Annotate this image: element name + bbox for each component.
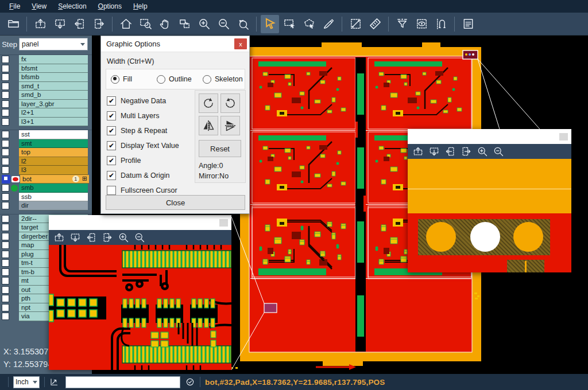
layer-name[interactable]: smd_t [19, 82, 88, 91]
layer-row-bfsmb[interactable]: bfsmb [0, 73, 92, 82]
board-right-button[interactable] [90, 15, 108, 33]
layer-checkbox[interactable] [2, 158, 9, 165]
layer-row-dir[interactable]: dir [0, 201, 92, 210]
layer-checkbox[interactable] [2, 295, 9, 302]
step-select[interactable]: panel [19, 38, 88, 50]
folder-open-button[interactable] [4, 15, 22, 33]
layer-checkbox[interactable] [2, 91, 9, 99]
radio-button[interactable] [157, 75, 165, 84]
layer-name[interactable]: dir [19, 201, 88, 210]
layer-checkbox[interactable] [2, 73, 9, 81]
option-multi-layers[interactable]: ✔Multi Layers [107, 108, 179, 123]
board-up-button[interactable] [52, 231, 67, 244]
layer-row-fx[interactable]: fx [0, 55, 92, 64]
layer-checkbox[interactable] [2, 286, 9, 294]
layer-row-smd_b[interactable]: smd_b [0, 91, 92, 100]
menu-help[interactable]: Help [127, 1, 153, 11]
zoom-previous-button[interactable] [234, 15, 252, 33]
unit-select[interactable]: Inch [13, 376, 40, 388]
option-display-text-value[interactable]: ✔Display Text Value [107, 138, 179, 153]
home-button[interactable] [117, 15, 135, 33]
layer-row-top[interactable]: top [0, 148, 92, 157]
menu-selection[interactable]: Selection [52, 1, 92, 11]
layer-checkbox[interactable] [2, 304, 9, 311]
board-down-button[interactable] [68, 231, 83, 244]
layer-name[interactable]: l3 [19, 166, 88, 175]
board-left-button[interactable] [70, 15, 88, 33]
layer-row-smb[interactable]: smb [0, 184, 92, 193]
board-right-button[interactable] [100, 231, 115, 244]
layer-checkbox[interactable] [2, 193, 9, 201]
layer-checkbox[interactable] [2, 175, 10, 184]
rotate-cw-button[interactable] [199, 93, 218, 113]
layer-name[interactable]: sst [19, 130, 88, 139]
flip-h-button[interactable] [199, 116, 218, 135]
menu-view[interactable]: View [26, 1, 52, 11]
layer-checkbox[interactable] [2, 277, 9, 284]
filter-button[interactable] [393, 15, 411, 33]
brush-clean-button[interactable] [319, 15, 338, 33]
layer-row-layer_3.gbr[interactable]: layer_3.gbr [0, 100, 92, 109]
layer-row-l2+1[interactable]: l2+1 [0, 108, 92, 118]
menu-options[interactable]: Options [92, 1, 127, 11]
zoom-out-button[interactable] [132, 231, 147, 244]
flip-v-button[interactable] [220, 116, 240, 135]
option-datum-origin[interactable]: ✔Datum & Origin [107, 168, 179, 183]
layer-row-smd_t[interactable]: smd_t [0, 82, 92, 91]
rotate-ccw-button[interactable] [220, 93, 240, 113]
layer-checkbox[interactable] [2, 65, 9, 72]
board-left-button[interactable] [443, 145, 458, 158]
option-step-repeat[interactable]: ✔Step & Repeat [107, 123, 179, 138]
layer-name[interactable]: l3+1 [19, 118, 88, 127]
snap-magnet-button[interactable] [432, 15, 450, 33]
radio-button[interactable] [111, 75, 119, 84]
layer-eye-button[interactable] [412, 15, 431, 33]
board-right-button[interactable] [459, 145, 474, 158]
magnifier1-title-bar[interactable] [49, 215, 231, 230]
checkbox[interactable]: ✔ [107, 171, 116, 180]
measure-diagonal-button[interactable] [346, 15, 365, 33]
layer-row-bot[interactable]: bot1⊞ [0, 175, 92, 184]
apply-icon[interactable] [185, 377, 195, 387]
swap-view-button[interactable] [175, 15, 194, 33]
checkbox[interactable] [107, 186, 116, 195]
dialog-title-bar[interactable]: Graphic Options x [101, 36, 249, 52]
board-up-button[interactable] [411, 145, 425, 158]
select-poly-button[interactable] [300, 15, 318, 33]
layer-checkbox[interactable] [2, 224, 9, 231]
zoom-in-button[interactable] [195, 15, 213, 33]
radio-skeleton[interactable]: Skeleton [203, 75, 244, 84]
board-down-button[interactable] [51, 15, 69, 33]
layer-checkbox[interactable] [2, 166, 9, 174]
layer-row-smt[interactable]: smt [0, 139, 92, 149]
layer-checkbox[interactable] [2, 251, 9, 258]
layer-checkbox[interactable] [2, 100, 9, 108]
layer-name[interactable]: l2 [19, 157, 88, 166]
layer-checkbox[interactable] [2, 268, 9, 276]
layer-row-ssb[interactable]: ssb [0, 193, 92, 202]
layer-row-l2[interactable]: l2 [0, 157, 92, 166]
layer-checkbox[interactable] [2, 149, 9, 156]
layer-checkbox[interactable] [2, 202, 9, 209]
window-button[interactable] [559, 133, 568, 141]
radio-button[interactable] [203, 75, 211, 84]
layer-checkbox[interactable] [2, 259, 9, 267]
zoom-in-button[interactable] [116, 231, 131, 244]
board-down-button[interactable] [427, 145, 442, 158]
ruler-button[interactable] [366, 15, 384, 33]
zoom-area-button[interactable] [136, 15, 154, 33]
angle-measure-icon[interactable] [49, 377, 60, 387]
layer-name[interactable]: l2+1 [19, 108, 88, 118]
select-rect-button[interactable] [280, 15, 299, 33]
radio-fill[interactable]: Fill [111, 75, 152, 84]
layer-checkbox[interactable] [2, 140, 9, 147]
pan-hand-button[interactable] [156, 15, 174, 33]
dialog-close-button[interactable]: x [234, 38, 247, 49]
radio-outline[interactable]: Outline [157, 75, 198, 84]
layer-checkbox[interactable] [2, 118, 9, 126]
layer-name[interactable]: ssb [19, 193, 88, 202]
checkbox[interactable]: ✔ [107, 96, 116, 106]
select-cursor-button[interactable] [261, 15, 279, 33]
magnifier1-view[interactable] [49, 245, 231, 370]
checkbox[interactable]: ✔ [107, 156, 116, 165]
